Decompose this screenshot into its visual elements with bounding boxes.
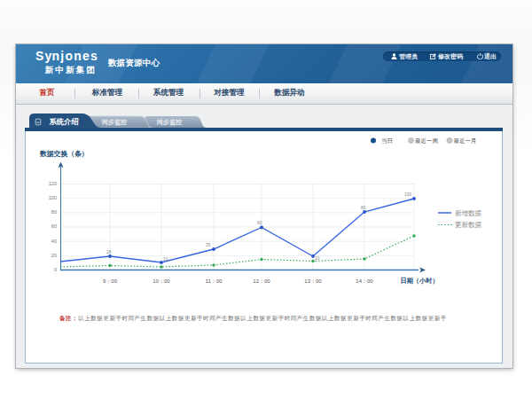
svg-text:100: 100 bbox=[49, 195, 57, 200]
svg-text:更新数据: 更新数据 bbox=[455, 221, 482, 229]
svg-text:同步监控: 同步监控 bbox=[102, 119, 127, 126]
svg-text:最近一月: 最近一月 bbox=[454, 137, 477, 145]
svg-text:数据交换（条）: 数据交换（条） bbox=[39, 150, 89, 158]
svg-text:10: 10 bbox=[315, 256, 320, 261]
svg-text:100: 100 bbox=[404, 192, 411, 197]
svg-text:60: 60 bbox=[51, 223, 57, 229]
svg-text:新增数据: 新增数据 bbox=[455, 209, 482, 217]
svg-text:10：00: 10：00 bbox=[153, 278, 170, 284]
svg-text:40: 40 bbox=[51, 239, 57, 244]
svg-text:13：00: 13：00 bbox=[304, 278, 322, 284]
svg-text:9：00: 9：00 bbox=[103, 278, 118, 284]
svg-text:60: 60 bbox=[257, 221, 262, 225]
svg-text:10: 10 bbox=[163, 257, 168, 262]
svg-text:20: 20 bbox=[51, 253, 57, 258]
svg-text:0: 0 bbox=[54, 267, 57, 272]
svg-text:80: 80 bbox=[51, 209, 57, 215]
svg-text:同步监控: 同步监控 bbox=[157, 119, 182, 126]
svg-text:系统介绍: 系统介绍 bbox=[48, 117, 78, 126]
svg-text:18: 18 bbox=[106, 250, 112, 254]
svg-text:11：00: 11：00 bbox=[206, 278, 223, 284]
svg-text:当日: 当日 bbox=[381, 137, 393, 144]
svg-text:120: 120 bbox=[49, 181, 57, 186]
svg-text:35: 35 bbox=[206, 243, 211, 247]
svg-text:备注：以上数据更新于时间产生数据以上数据更新于时间产生数据以: 备注：以上数据更新于时间产生数据以上数据更新于时间产生数据以上数据更新于时间产生… bbox=[59, 315, 447, 322]
svg-text:日期（小时）: 日期（小时） bbox=[400, 277, 438, 285]
svg-text:80: 80 bbox=[361, 206, 366, 210]
svg-text:14：00: 14：00 bbox=[356, 278, 373, 284]
svg-text:最近一周: 最近一周 bbox=[415, 137, 438, 144]
svg-text:12：00: 12：00 bbox=[253, 278, 270, 284]
